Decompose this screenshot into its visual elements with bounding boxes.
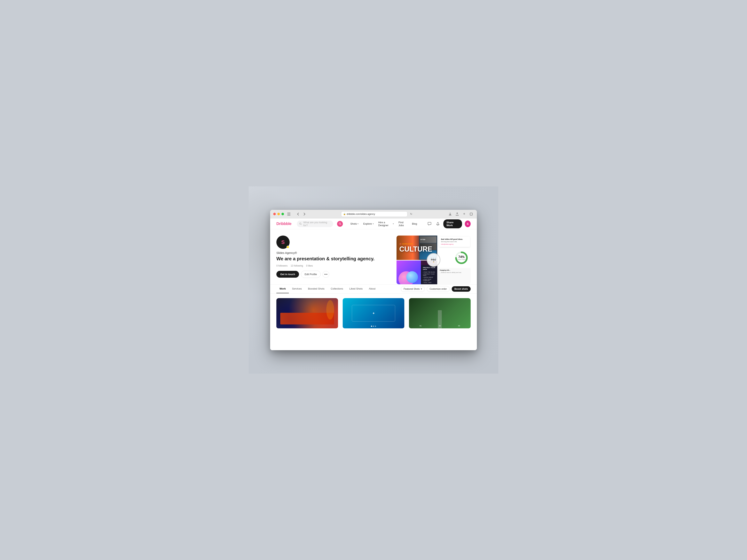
avatar-letter: S — [281, 239, 285, 245]
user-avatar[interactable]: S — [465, 220, 471, 227]
star-icon: ✦ — [372, 311, 375, 316]
workshop-label: WORKSHOP — [402, 243, 413, 245]
shot-card-3[interactable]: 01 02 03 — [409, 298, 471, 346]
address-bar-area: 🔒 dribbble.com/slides-agency ↻ — [309, 211, 445, 217]
browser-window: 🔒 dribbble.com/slides-agency ↻ + — [270, 210, 477, 350]
desktop: 🔒 dribbble.com/slides-agency ↻ + — [249, 186, 498, 374]
customize-order-button[interactable]: Customize order — [427, 286, 450, 292]
share-button[interactable] — [455, 212, 460, 217]
svg-rect-1 — [287, 214, 290, 214]
browser-titlebar: 🔒 dribbble.com/slides-agency ↻ + — [270, 210, 477, 218]
shot-3-num-1: 01 — [419, 325, 421, 327]
bad-slides-card: Bad slides kill good ideas. We bring the… — [439, 237, 470, 247]
profile-tabs: Work Services Boosted Shots Collections — [270, 284, 477, 293]
pro-badge — [286, 246, 289, 248]
fitter-label: FITTER — [420, 239, 426, 240]
tab-boosted-shots[interactable]: Boosted Shots — [305, 285, 328, 293]
close-button[interactable] — [273, 213, 276, 215]
nav-links: Shots ▾ Explore ▾ Hire a Designer ▾ Find… — [348, 220, 419, 228]
shot-1-glow — [326, 300, 334, 320]
bad-slides-desc: We bring them back to life. — [441, 241, 468, 243]
pro-badge-content: ✦ ✦ ✦ PRO 🏅 — [431, 258, 436, 262]
maximize-button[interactable] — [281, 213, 284, 215]
protect-item-1: • FACE THE MUSIC — [423, 271, 435, 273]
more-options-button[interactable]: ••• — [323, 271, 329, 278]
ball-2 — [406, 271, 418, 283]
edit-profile-button[interactable]: Edit Profile — [301, 271, 320, 278]
svg-point-4 — [300, 223, 301, 224]
tab-items: Work Services Boosted Shots Collections — [276, 285, 401, 293]
forward-button[interactable] — [302, 212, 307, 217]
tab-liked-shots[interactable]: Liked Shots — [346, 285, 366, 293]
shot-1-content — [276, 298, 338, 328]
protect-item-4: • FIND YOUR COMFORT — [423, 278, 435, 282]
fitter-row: FITTER — [420, 236, 437, 243]
shot-3-num-2: 02 — [439, 325, 441, 327]
shot-card-1[interactable] — [276, 298, 338, 346]
svg-rect-2 — [287, 215, 290, 215]
hire-designer-nav-link[interactable]: Hire a Designer ▾ — [377, 220, 396, 228]
message-icon — [428, 222, 431, 225]
shot-thumb-2: ✦ — [343, 298, 404, 328]
tab-services[interactable]: Services — [289, 285, 305, 293]
boost-shots-button[interactable]: Boost shots — [452, 286, 471, 292]
collage-container: 🏀 WORKSHOP CULTURE FITTER — [396, 236, 471, 284]
bad-slides-email: hello@slides.agency — [441, 243, 468, 245]
search-placeholder: What are you looking for? — [303, 221, 331, 227]
minimize-button[interactable] — [277, 213, 280, 215]
slide-dot-1 — [371, 326, 372, 327]
bell-icon — [436, 222, 439, 225]
tab-work[interactable]: Work — [276, 285, 289, 293]
new-tab-button[interactable]: + — [462, 212, 467, 217]
search-bar[interactable]: What are you looking for? — [297, 220, 333, 227]
tab-about[interactable]: About — [366, 285, 379, 293]
shots-nav-link[interactable]: Shots ▾ — [348, 221, 360, 226]
stats-upper: 74% Custom Styling — [438, 248, 471, 268]
blog-nav-link[interactable]: Blog — [410, 221, 419, 226]
hero-collage-area: 🏀 WORKSHOP CULTURE FITTER — [396, 236, 471, 284]
search-submit-icon — [339, 222, 341, 225]
tabs-overview-button[interactable] — [469, 212, 474, 217]
progress-ring: 74% Custom Styling — [455, 251, 468, 264]
protect-data-items: • FACE THE MUSIC • PROTECT YOUR DATA • S… — [423, 271, 435, 283]
shot-card-2[interactable]: ✦ — [343, 298, 404, 346]
search-submit-button[interactable] — [337, 221, 343, 227]
sidebar-toggle-button[interactable] — [286, 212, 291, 217]
search-icon — [299, 222, 302, 225]
slide-dot-2 — [373, 326, 374, 327]
culture-heading: CULTURE — [399, 246, 432, 253]
messages-button[interactable] — [427, 221, 432, 227]
shot-thumb-1 — [276, 298, 338, 328]
profile-section: S Slides Agency® We are a presentation &… — [270, 229, 477, 284]
shots-grid: ✦ — [270, 293, 477, 350]
user-avatar-letter: S — [467, 222, 468, 225]
following-stat[interactable]: 13 following — [291, 264, 303, 267]
dribbble-logo[interactable]: Dribbble — [276, 221, 291, 226]
nav-right-actions: Share Work S — [427, 219, 471, 228]
traffic-lights — [273, 213, 284, 215]
notifications-button[interactable] — [435, 221, 441, 227]
find-jobs-nav-link[interactable]: Find Jobs — [396, 220, 409, 228]
explore-nav-link[interactable]: Explore ▾ — [361, 221, 376, 226]
engagement-text: ...audience back to affinity and trust — [440, 272, 469, 273]
protect-item-2: • PROTECT YOUR DATA — [423, 273, 435, 276]
profile-name: Slides Agency® — [276, 251, 389, 255]
stat-percent: 74% — [458, 255, 465, 259]
back-button[interactable] — [295, 212, 300, 217]
ring-center: 74% Custom Styling — [455, 251, 468, 264]
followers-stat[interactable]: 0 followers — [276, 264, 287, 267]
pro-badge-hero: ✦ ✦ ✦ PRO 🏅 — [427, 253, 440, 267]
url-text: dribbble.com/slides-agency — [347, 213, 375, 215]
share-work-button[interactable]: Share Work — [443, 219, 462, 228]
reload-button[interactable]: ↻ — [409, 212, 414, 216]
get-in-touch-button[interactable]: Get in touch — [276, 271, 299, 278]
likes-stat[interactable]: 0 likes — [306, 264, 313, 267]
browser-action-buttons: + — [447, 212, 474, 217]
profile-actions: Get in touch Edit Profile ••• — [276, 271, 389, 278]
download-button[interactable] — [447, 212, 453, 217]
profile-info: S Slides Agency® We are a presentation &… — [276, 236, 389, 278]
tab-collections[interactable]: Collections — [328, 285, 346, 293]
address-bar[interactable]: 🔒 dribbble.com/slides-agency — [341, 211, 407, 217]
featured-shots-dropdown[interactable]: Featured Shots ▾ — [401, 286, 425, 292]
shot-2-inner: ✦ — [352, 305, 395, 322]
